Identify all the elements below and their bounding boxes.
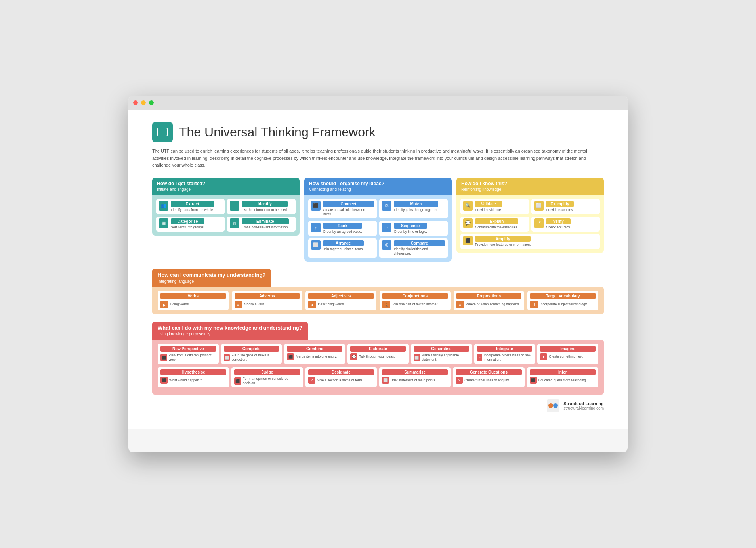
complete-desc: Fill in the gaps or make a correction.: [231, 353, 279, 362]
section2-header: How should I organise my ideas? Connecti…: [304, 178, 452, 195]
item-adjectives: Adjectives ● Describing words.: [305, 291, 376, 310]
rank-desc: Order by an agreed value.: [323, 230, 362, 234]
integrate-desc: Incorporate others ideas or new informat…: [484, 353, 532, 362]
item-compare: ◎ Compare Identify similarities and diff…: [379, 238, 448, 258]
item-eliminate: 🗑 Eliminate Erase non-relevant informati…: [227, 217, 296, 232]
main-content: The Universal Thinking Framework The UTF…: [128, 110, 628, 429]
identify-label: Identify: [242, 201, 288, 207]
adjectives-label: Adjectives: [308, 293, 374, 299]
explain-label: Explain: [475, 218, 518, 224]
amplify-desc: Provide more features or information.: [475, 243, 531, 247]
knowledge-section: What can I do with my new knowledge and …: [152, 322, 604, 395]
elaborate-label: Elaborate: [350, 346, 406, 352]
footer-url: structural-learning.com: [563, 406, 604, 410]
page-title: The Universal Thinking Framework: [179, 125, 376, 140]
match-desc: Identify pairs that go together.: [394, 208, 438, 212]
item-judge: Judge ⬛ Form an opinion or considered de…: [231, 367, 303, 387]
item-generate-questions: Generate Questions ? Create further line…: [453, 367, 524, 387]
section-get-started: How do I get started? Initiate and engag…: [152, 178, 300, 262]
conjunctions-icon: 🚶: [382, 301, 390, 308]
svg-point-5: [548, 403, 553, 408]
item-designate: Designate ? Give a section a name or ter…: [305, 367, 377, 387]
arrange-label: Arrange: [323, 240, 364, 246]
infer-label: Infer: [530, 369, 596, 375]
judge-label: Judge: [234, 369, 300, 375]
page-description: The UTF can be used to enrich learning e…: [152, 148, 604, 169]
elaborate-icon: 💬: [350, 353, 357, 360]
imagine-icon: ●: [540, 353, 547, 360]
rank-label: Rank: [323, 223, 362, 229]
connect-desc: Create causal links between items.: [323, 208, 374, 217]
item-target-vocab: Target Vocabulary T Incorporate subject …: [527, 291, 598, 310]
designate-desc: Give a section a name or term.: [317, 378, 363, 383]
item-complete: Complete ⬜ Fill in the gaps or make a co…: [221, 344, 282, 364]
section-know: How do I know this? Reinforcing knowledg…: [456, 178, 604, 262]
item-verbs: Verbs ▶ Doing words.: [158, 291, 229, 310]
new-perspective-icon: ⬛: [160, 354, 167, 361]
prepositions-label: Prepositions: [456, 293, 522, 299]
arrange-icon: ⬜: [311, 240, 321, 250]
verify-icon: ↺: [534, 218, 544, 228]
adjectives-icon: ●: [308, 301, 316, 308]
generalise-label: Generalise: [414, 346, 469, 352]
explain-desc: Communicate the essentials.: [475, 225, 518, 230]
generalise-icon: ⬜: [414, 354, 420, 361]
logo-icon: [152, 122, 173, 142]
compare-label: Compare: [394, 240, 445, 246]
amplify-icon: ⬛: [463, 236, 473, 245]
rank-icon: ↑: [311, 223, 321, 232]
footer-brand: Structural Learning: [563, 401, 604, 406]
section3-items: 🔍 Validate Provide evidence. ⬜ Exemplify…: [460, 199, 600, 249]
section5-body: New Perspective ⬛ View from a different …: [152, 340, 604, 395]
item-new-perspective: New Perspective ⬛ View from a different …: [158, 344, 219, 364]
elaborate-desc: Talk through your ideas.: [359, 354, 395, 359]
integrate-icon: ≡: [477, 354, 482, 361]
adverbs-icon: ≡: [235, 301, 242, 308]
minimize-button[interactable]: [141, 100, 146, 105]
complete-icon: ⬜: [224, 354, 230, 361]
connect-icon: ⬛: [311, 201, 321, 211]
framework-grid: How do I get started? Initiate and engag…: [152, 178, 604, 262]
categorise-icon: ▦: [159, 218, 168, 228]
item-amplify: ⬛ Amplify Provide more features or infor…: [460, 234, 600, 249]
adjectives-desc: Describing words.: [318, 302, 345, 307]
combine-desc: Merge items into one entity.: [296, 354, 337, 359]
section3-header: How do I know this? Reinforcing knowledg…: [456, 178, 604, 195]
maximize-button[interactable]: [149, 100, 154, 105]
close-button[interactable]: [133, 100, 138, 105]
adverbs-label: Adverbs: [235, 293, 300, 299]
section2-body: ⬛ Connect Create causal links between it…: [304, 195, 452, 262]
header-row: The Universal Thinking Framework: [152, 122, 604, 142]
footer: Structural Learning structural-learning.…: [152, 399, 604, 413]
footer-logo-icon: [546, 399, 560, 413]
item-exemplify: ⬜ Exemplify Provide examples.: [531, 199, 600, 214]
validate-desc: Provide evidence.: [475, 208, 502, 212]
generate-questions-desc: Create further lines of enquiry.: [464, 378, 510, 383]
section4-body: Verbs ▶ Doing words. Adverbs ≡ Modify a …: [152, 287, 604, 314]
match-label: Match: [394, 201, 438, 207]
verify-label: Verify: [546, 218, 571, 224]
connect-label: Connect: [323, 201, 374, 207]
section-organise: How should I organise my ideas? Connecti…: [304, 178, 452, 262]
item-adverbs: Adverbs ≡ Modify a verb.: [232, 291, 303, 310]
hypothesise-desc: What would happen if...: [169, 378, 204, 383]
match-icon: ⚖: [382, 201, 391, 211]
imagine-label: Imagine: [540, 346, 596, 352]
item-combine: Combine ⬛ Merge items into one entity.: [284, 344, 345, 364]
conjunctions-desc: Join one part of text to another.: [392, 302, 438, 307]
categorise-label: Categorise: [171, 218, 204, 224]
section1-header: How do I get started? Initiate and engag…: [152, 178, 300, 195]
conjunctions-label: Conjunctions: [382, 293, 448, 299]
section2-items: ⬛ Connect Create causal links between it…: [308, 199, 448, 258]
item-identify: ≡ Identify List the information to be us…: [227, 199, 296, 214]
item-connect: ⬛ Connect Create causal links between it…: [308, 199, 377, 218]
summarise-desc: Brief statement of main points.: [391, 378, 436, 383]
item-match: ⚖ Match Identify pairs that go together.: [379, 199, 448, 218]
verify-desc: Check accuracy.: [546, 225, 571, 230]
item-hypothesise: Hypothesise ⬛ What would happen if...: [158, 367, 229, 387]
section5-row1: New Perspective ⬛ View from a different …: [158, 344, 598, 364]
new-perspective-desc: View from a different point of view.: [169, 353, 216, 362]
generate-questions-icon: ?: [456, 377, 463, 384]
designate-label: Designate: [308, 369, 374, 375]
validate-label: Validate: [475, 201, 502, 207]
